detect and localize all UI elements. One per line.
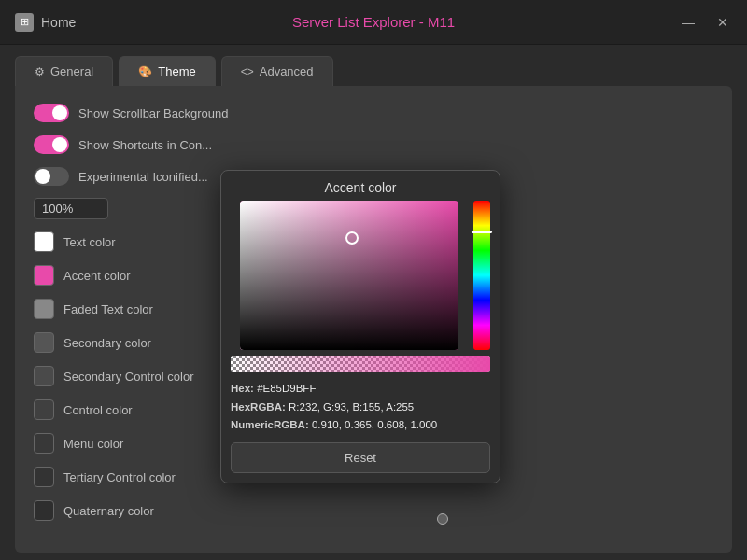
home-icon: ⊞: [15, 13, 34, 32]
home-label: Home: [41, 15, 76, 30]
hexrgba-value: R:232, G:93, B:155, A:255: [289, 401, 414, 413]
window-controls: — ✕: [678, 13, 732, 32]
color-picker-popup: Accent color Hex: #E85D9BFF: [220, 170, 500, 483]
show-shortcuts-label: Show Shortcuts in Con...: [78, 138, 212, 152]
hexrgba-row: HexRGBA: R:232, G:93, B:155, A:255: [231, 399, 490, 417]
swatch-faded-text-color[interactable]: [34, 299, 54, 319]
swatch-secondary-color[interactable]: [34, 332, 54, 353]
hexrgba-label: HexRGBA:: [231, 401, 286, 413]
swatch-menu-color[interactable]: [34, 433, 54, 454]
label-faded-text-color: Faded Text color: [63, 302, 153, 316]
numericrgba-value: 0.910, 0.365, 0.608, 1.000: [312, 419, 437, 430]
general-tab-icon: ⚙: [35, 65, 45, 78]
hue-indicator: [472, 231, 492, 233]
content-area: Show Scrollbar Background Show Shortcuts…: [15, 86, 732, 553]
label-text-color: Text color: [63, 235, 116, 249]
alpha-bar-container[interactable]: [231, 356, 490, 372]
tab-general[interactable]: ⚙ General: [15, 56, 113, 86]
advanced-tab-label: Advanced: [260, 64, 314, 78]
reset-button[interactable]: Reset: [231, 442, 490, 473]
hex-row: Hex: #E85D9BFF: [231, 380, 490, 399]
toggle-show-shortcuts[interactable]: [34, 135, 69, 154]
gradient-brightness: [240, 201, 458, 350]
window-title: Server List Explorer - M11: [292, 14, 455, 30]
theme-tab-label: Theme: [158, 64, 195, 78]
label-quaternary-color: Quaternary color: [63, 504, 154, 518]
hue-slider[interactable]: [473, 201, 490, 350]
swatch-accent-color[interactable]: [34, 265, 54, 286]
swatch-quaternary-color[interactable]: [34, 500, 54, 521]
hex-value: #E85D9BFF: [257, 383, 316, 394]
color-values: Hex: #E85D9BFF HexRGBA: R:232, G:93, B:1…: [221, 374, 500, 442]
label-menu-color: Menu color: [63, 437, 123, 451]
color-picker-title: Accent color: [221, 171, 500, 201]
setting-show-scrollbar: Show Scrollbar Background: [30, 97, 717, 129]
theme-tab-icon: 🎨: [138, 65, 152, 78]
tab-advanced[interactable]: <> Advanced: [221, 56, 333, 86]
general-tab-label: General: [50, 64, 93, 78]
minimize-button[interactable]: —: [678, 13, 698, 32]
color-gradient-area[interactable]: [240, 201, 458, 350]
toggle-experimental[interactable]: [34, 167, 69, 186]
zoom-input[interactable]: 100%: [34, 198, 108, 219]
setting-show-shortcuts: Show Shortcuts in Con...: [30, 129, 717, 161]
numericrgba-label: NumericRGBA:: [231, 419, 309, 430]
advanced-tab-icon: <>: [241, 65, 254, 78]
swatch-tertiary-control-color[interactable]: [34, 467, 54, 487]
label-secondary-color: Secondary color: [63, 336, 151, 350]
home-button[interactable]: ⊞ Home: [15, 13, 76, 32]
alpha-gradient: [231, 356, 490, 372]
swatch-secondary-control-color[interactable]: [34, 366, 54, 386]
show-scrollbar-label: Show Scrollbar Background: [78, 106, 228, 120]
swatch-text-color[interactable]: [34, 231, 54, 252]
label-secondary-control-color: Secondary Control color: [63, 370, 193, 384]
close-button[interactable]: ✕: [713, 13, 732, 32]
label-tertiary-control-color: Tertiary Control color: [63, 470, 176, 484]
tab-theme[interactable]: 🎨 Theme: [119, 56, 215, 86]
label-control-color: Control color: [63, 403, 133, 417]
toggle-show-scrollbar[interactable]: [34, 104, 69, 122]
swatch-control-color[interactable]: [34, 399, 54, 420]
tab-bar: ⚙ General 🎨 Theme <> Advanced: [0, 45, 747, 86]
titlebar: ⊞ Home Server List Explorer - M11 — ✕: [0, 0, 747, 45]
label-accent-color: Accent color: [63, 269, 131, 283]
numericrgba-row: NumericRGBA: 0.910, 0.365, 0.608, 1.000: [231, 416, 490, 435]
color-row-quaternary: Quaternary color: [30, 494, 717, 527]
experimental-label: Experimental Iconified...: [78, 170, 208, 184]
hex-label: Hex:: [231, 383, 254, 394]
